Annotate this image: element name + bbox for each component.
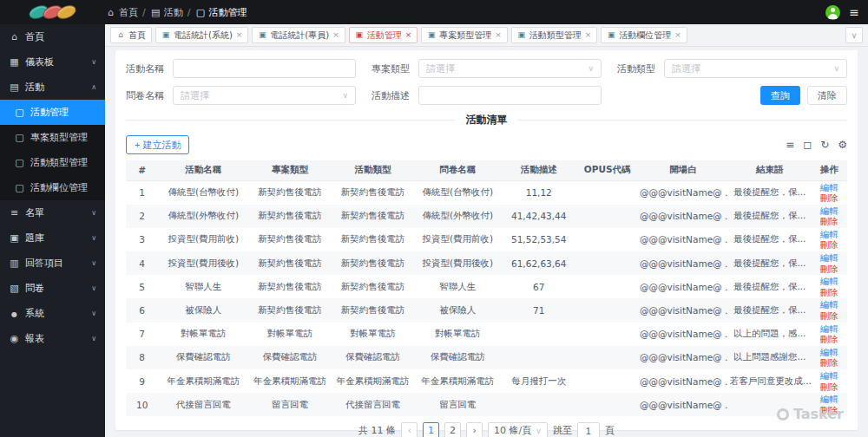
cell-index: 1: [126, 180, 158, 205]
delete-link[interactable]: 刪除: [812, 357, 845, 369]
sidebar-item-name-list[interactable]: 名單: [0, 200, 105, 225]
breadcrumb-home[interactable]: 首頁: [105, 6, 138, 19]
close-icon[interactable]: [332, 31, 339, 39]
jump-label: 跳至: [553, 424, 572, 437]
description-input[interactable]: [418, 86, 602, 105]
tabs-dropdown-button[interactable]: [845, 27, 863, 43]
tab-home[interactable]: 首頁: [110, 27, 152, 43]
next-page-button[interactable]: [466, 422, 483, 437]
edit-link[interactable]: 編輯: [812, 323, 845, 335]
cell-closing: 以上的問題，感...: [728, 323, 812, 346]
refresh-icon[interactable]: [820, 140, 829, 150]
header-activity-type: 活動類型: [332, 160, 415, 180]
edit-link[interactable]: 編輯: [812, 182, 845, 193]
edit-link[interactable]: 編輯: [812, 347, 845, 358]
delete-link[interactable]: 刪除: [812, 216, 845, 227]
cell-activity-name: 代接留言回電: [158, 393, 248, 416]
sidebar-item-activity-field-management[interactable]: 活動欄位管理: [0, 175, 105, 200]
cell-opus-code: [576, 180, 638, 205]
breadcrumb-activity[interactable]: 活動: [150, 6, 183, 19]
cell-questionnaire: 年金累積期滿電訪: [414, 369, 501, 393]
cell-opening: @@@visitName@ ...: [638, 180, 728, 205]
hamburger-menu-icon[interactable]: [849, 6, 859, 18]
sidebar-item-home[interactable]: 首頁: [0, 24, 105, 49]
user-avatar[interactable]: [825, 5, 840, 20]
cell-index: 3: [126, 228, 158, 251]
divider-line: [126, 120, 456, 121]
sidebar-item-answer-items[interactable]: 回答項目: [0, 251, 105, 276]
activity-type-select[interactable]: 請選擇: [664, 59, 847, 78]
close-icon[interactable]: [405, 31, 412, 39]
page-size-select[interactable]: 10 條/頁: [488, 422, 548, 437]
density-icon[interactable]: [786, 140, 794, 150]
header-description: 活動描述: [501, 160, 576, 180]
jump-page-input[interactable]: [577, 422, 600, 437]
page-button-1[interactable]: 1: [423, 422, 439, 437]
delete-link[interactable]: 刪除: [812, 334, 845, 345]
create-activity-button[interactable]: + 建立活動: [126, 135, 189, 154]
search-button[interactable]: 查詢: [760, 86, 800, 105]
sidebar-item-label: 回答項目: [25, 257, 63, 270]
edit-link[interactable]: 編輯: [812, 394, 845, 405]
tab-label: 專案類型管理: [439, 29, 491, 42]
tab-activity-field-management[interactable]: 活動欄位管理: [601, 27, 687, 43]
delete-link[interactable]: 刪除: [812, 310, 845, 322]
activity-name-input[interactable]: [173, 59, 356, 78]
questionnaire-select[interactable]: 請選擇: [173, 86, 356, 105]
sidebar-item-activity-management[interactable]: 活動管理: [0, 100, 105, 125]
sidebar-item-questionnaire[interactable]: 問卷: [0, 276, 105, 301]
edit-link[interactable]: 編輯: [812, 299, 845, 310]
cell-index: 10: [126, 393, 158, 416]
fullscreen-icon[interactable]: [803, 140, 812, 150]
delete-link[interactable]: 刪除: [812, 264, 845, 275]
document-icon: [14, 133, 25, 142]
close-icon[interactable]: [495, 31, 502, 39]
document-icon: [194, 8, 206, 17]
cell-project-type: 留言回電: [248, 393, 332, 416]
sidebar-submenu-activity: 活動管理 專案類型管理 活動類型管理 活動欄位管理: [0, 100, 105, 200]
edit-link[interactable]: 編輯: [812, 229, 845, 240]
sidebar-item-dashboard[interactable]: 儀表板: [0, 49, 105, 75]
close-icon[interactable]: [585, 31, 592, 39]
delete-link[interactable]: 刪除: [812, 192, 845, 204]
edit-link[interactable]: 編輯: [812, 276, 845, 287]
tab-activity-management[interactable]: 活動管理: [349, 27, 418, 43]
prev-page-button[interactable]: [401, 422, 418, 437]
close-icon[interactable]: [236, 31, 243, 39]
cell-opus-code: [576, 275, 638, 298]
document-icon: [14, 183, 25, 192]
column-settings-icon[interactable]: [838, 140, 847, 150]
tab-project-type-management[interactable]: 專案類型管理: [421, 27, 508, 43]
tab-phone-stats-agent[interactable]: 電話統計(專員): [252, 27, 345, 43]
tab-label: 電話統計(系統): [174, 29, 233, 42]
sidebar-item-question-bank[interactable]: 題庫: [0, 225, 105, 251]
sidebar-item-reports[interactable]: 報表: [0, 326, 105, 351]
clear-button[interactable]: 清除: [807, 86, 847, 105]
cell-description: 51,52,53,54: [501, 228, 576, 251]
cell-opening: @@@visitName@ ...: [638, 346, 728, 369]
delete-link[interactable]: 刪除: [812, 382, 845, 393]
sidebar-item-activity-type-management[interactable]: 活動類型管理: [0, 150, 105, 175]
activity-type-label: 活動類型: [617, 62, 664, 75]
cell-actions: 編輯 刪除: [811, 228, 847, 251]
sidebar-item-system[interactable]: 系統: [0, 301, 105, 326]
delete-link[interactable]: 刪除: [812, 239, 845, 251]
document-icon: [258, 31, 266, 39]
delete-link[interactable]: 刪除: [812, 287, 845, 298]
edit-link[interactable]: 編輯: [812, 252, 845, 264]
filter-row-2: 問卷名稱 請選擇 活動描述 查詢 清除: [126, 86, 847, 105]
tab-phone-stats-system[interactable]: 電話統計(系統): [155, 27, 248, 43]
sidebar-item-project-type-management[interactable]: 專案類型管理: [0, 125, 105, 150]
sidebar-item-activity[interactable]: 活動: [0, 75, 105, 100]
edit-link[interactable]: 編輯: [812, 370, 845, 382]
edit-link[interactable]: 編輯: [812, 205, 845, 217]
page-button-2[interactable]: 2: [444, 422, 461, 437]
project-type-select[interactable]: 請選擇: [418, 59, 602, 78]
pagination: 共 11 條 1 2 10 條/頁 跳至 頁: [126, 422, 847, 437]
document-icon: [161, 31, 170, 39]
cell-activity-type: 新契約售後電訪: [332, 298, 415, 322]
tab-activity-type-management[interactable]: 活動類型管理: [511, 27, 598, 43]
tasker-watermark: Tasker: [777, 406, 844, 422]
close-icon[interactable]: [674, 31, 681, 39]
sidebar-item-label: 活動: [25, 81, 44, 94]
